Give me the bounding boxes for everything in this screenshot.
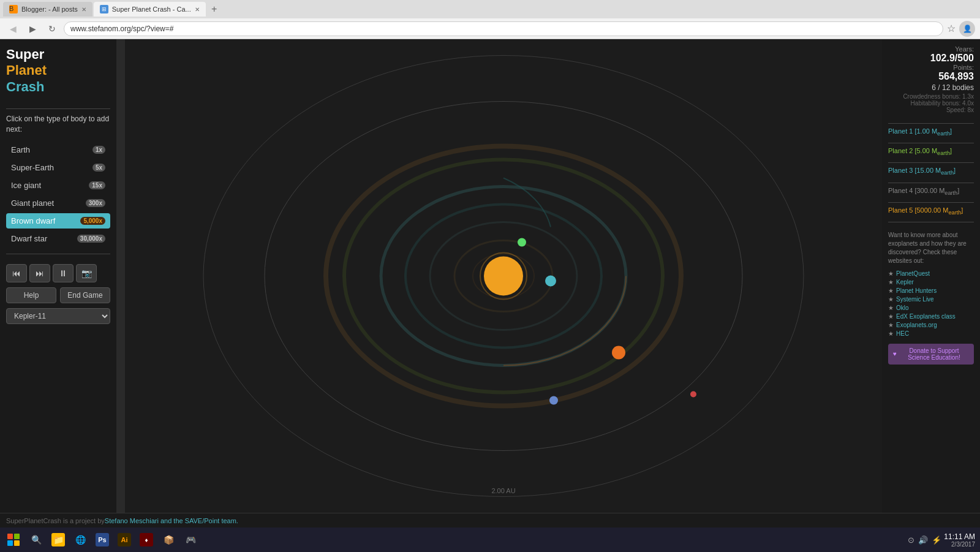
planet-5[interactable] bbox=[690, 391, 696, 398]
link-edx[interactable]: ★ EdX Exoplanets class bbox=[888, 313, 974, 320]
rewind-button[interactable]: ⏮ bbox=[6, 264, 27, 282]
link-oklo[interactable]: ★ Oklo bbox=[888, 304, 974, 311]
body-button-earth[interactable]: Earth 1x bbox=[6, 142, 110, 157]
taskbar-app6[interactable]: ♦ bbox=[136, 529, 157, 551]
planet-3-label: Planet 3 [15.00 Mearth] bbox=[888, 167, 956, 174]
link-label-planet-hunters: Planet Hunters bbox=[896, 287, 937, 294]
body-label-ice-giant: Ice giant bbox=[11, 181, 41, 190]
donate-button[interactable]: ♥ Donate to Support Science Education! bbox=[888, 344, 974, 365]
planet-4[interactable] bbox=[549, 396, 558, 405]
nav-bar: ◀ ▶ ↻ www.stefanom.org/spc/?view=# ☆ 👤 bbox=[0, 18, 980, 39]
body-label-earth: Earth bbox=[11, 145, 30, 154]
address-bar[interactable]: www.stefanom.org/spc/?view=# bbox=[64, 21, 943, 36]
volume-icon[interactable]: 🔊 bbox=[918, 535, 928, 545]
planet-entry-1[interactable]: Planet 1 [1.00 Mearth] bbox=[888, 127, 974, 137]
body-button-brown-dwarf[interactable]: Brown dwarf 5,000x bbox=[6, 213, 110, 229]
taskbar-file-explorer[interactable]: 📁 bbox=[48, 529, 69, 551]
fast-forward-button[interactable]: ⏭ bbox=[29, 264, 50, 282]
scrollbar-gutter[interactable] bbox=[116, 39, 125, 513]
bottom-bar: SuperPlanetCrash is a project by Stefano… bbox=[0, 513, 980, 527]
tab-favicon-blogger: B bbox=[9, 5, 18, 13]
link-label-oklo: Oklo bbox=[896, 304, 909, 311]
years-value: 102.9/500 bbox=[888, 53, 974, 64]
info-text: Want to know more about exoplanets and h… bbox=[888, 231, 974, 265]
help-button[interactable]: Help bbox=[6, 287, 56, 303]
taskbar-clock[interactable]: 11:11 AM 2/3/2017 bbox=[944, 532, 975, 548]
body-multiplier-earth: 1x bbox=[92, 146, 105, 154]
pause-button[interactable]: ⏸ bbox=[53, 264, 74, 282]
donate-heart-icon: ♥ bbox=[893, 350, 897, 357]
bottom-text: SuperPlanetCrash is a project by bbox=[6, 517, 105, 524]
link-label-kepler: Kepler bbox=[896, 279, 914, 285]
planet-1[interactable] bbox=[518, 238, 526, 247]
logo-planet: Planet bbox=[6, 62, 110, 78]
profile-button[interactable]: 👤 bbox=[959, 21, 975, 37]
browser-chrome: B Blogger: - All posts ✕ ⊞ Super Planet … bbox=[0, 0, 980, 39]
tab-close-spc[interactable]: ✕ bbox=[195, 6, 200, 13]
taskbar-paint[interactable]: Ps bbox=[92, 529, 113, 551]
planet-3[interactable] bbox=[612, 346, 625, 360]
stats-divider bbox=[888, 123, 974, 124]
au-label: 2.00 AU bbox=[491, 487, 515, 494]
link-systemic[interactable]: ★ Systemic Live bbox=[888, 296, 974, 303]
preset-select[interactable]: Kepler-11 Solar System Custom bbox=[6, 308, 110, 324]
tab-spc[interactable]: ⊞ Super Planet Crash - Ca... ✕ bbox=[94, 2, 206, 17]
start-button[interactable] bbox=[2, 529, 24, 551]
body-button-ice-giant[interactable]: Ice giant 15x bbox=[6, 178, 110, 193]
tab-label-blogger: Blogger: - All posts bbox=[21, 6, 78, 13]
body-multiplier-giant-planet: 300x bbox=[86, 199, 105, 207]
link-planetquest[interactable]: ★ PlanetQuest bbox=[888, 270, 974, 277]
win-sq2 bbox=[14, 534, 20, 539]
tab-blogger[interactable]: B Blogger: - All posts ✕ bbox=[3, 2, 92, 17]
star-icon-ph: ★ bbox=[888, 287, 894, 294]
link-label-exoplanets: Exoplanets.org bbox=[896, 322, 937, 328]
camera-button[interactable]: 📷 bbox=[76, 264, 97, 282]
tab-favicon-spc: ⊞ bbox=[100, 5, 108, 13]
back-button[interactable]: ◀ bbox=[5, 21, 21, 37]
link-kepler[interactable]: ★ Kepler bbox=[888, 279, 974, 285]
star-icon-hec: ★ bbox=[888, 330, 894, 337]
planet-entry-4[interactable]: Planet 4 [300.00 Mearth] bbox=[888, 187, 974, 196]
planet-2[interactable] bbox=[545, 276, 556, 287]
p2-divider bbox=[888, 162, 974, 163]
body-button-dwarf-star[interactable]: Dwarf star 30,000x bbox=[6, 231, 110, 246]
end-game-button[interactable]: End Game bbox=[60, 287, 110, 303]
p3-divider bbox=[888, 183, 974, 183]
chrome-icon: 🌐 bbox=[74, 533, 87, 546]
body-multiplier-super-earth: 5x bbox=[92, 164, 105, 172]
taskbar-date: 2/3/2017 bbox=[944, 541, 975, 548]
taskbar-search[interactable]: 🔍 bbox=[26, 529, 47, 551]
battery-icon[interactable]: ⚡ bbox=[932, 535, 941, 545]
planet-5-label: Planet 5 [5000.00 Mearth] bbox=[888, 206, 963, 214]
file-explorer-icon: 📁 bbox=[51, 533, 65, 546]
new-tab-button[interactable]: + bbox=[207, 2, 222, 17]
bottom-link[interactable]: Stefano Meschiari and the SAVE/Point tea… bbox=[105, 517, 238, 524]
network-icon[interactable]: ⊙ bbox=[908, 535, 914, 545]
star-icon-kepler: ★ bbox=[888, 279, 894, 285]
body-button-giant-planet[interactable]: Giant planet 300x bbox=[6, 195, 110, 211]
logo-super: Super bbox=[6, 47, 110, 62]
sidebar: Super Planet Crash Click on the type of … bbox=[0, 39, 116, 513]
planet-entry-3[interactable]: Planet 3 [15.00 Mearth] bbox=[888, 167, 974, 176]
win-sq4 bbox=[14, 540, 20, 546]
link-exoplanets[interactable]: ★ Exoplanets.org bbox=[888, 322, 974, 328]
taskbar-illustrator[interactable]: Ai bbox=[114, 529, 135, 551]
bookmark-button[interactable]: ☆ bbox=[947, 23, 956, 34]
right-panel: Years: 102.9/500 Points: 564,893 6 / 12 … bbox=[882, 39, 980, 513]
tab-label-spc: Super Planet Crash - Ca... bbox=[112, 6, 191, 13]
body-button-super-earth[interactable]: Super-Earth 5x bbox=[6, 160, 110, 175]
link-hec[interactable]: ★ HEC bbox=[888, 330, 974, 337]
ai-icon: Ai bbox=[118, 533, 131, 546]
link-planet-hunters[interactable]: ★ Planet Hunters bbox=[888, 287, 974, 294]
taskbar-chrome[interactable]: 🌐 bbox=[70, 529, 91, 551]
link-label-edx: EdX Exoplanets class bbox=[896, 313, 956, 320]
taskbar-steam[interactable]: 🎮 bbox=[180, 529, 201, 551]
simulation-area[interactable]: 2.00 AU bbox=[125, 39, 882, 513]
star-icon-pq: ★ bbox=[888, 270, 894, 277]
tab-close-blogger[interactable]: ✕ bbox=[81, 6, 86, 13]
taskbar-dropbox[interactable]: 📦 bbox=[158, 529, 179, 551]
planet-entry-5[interactable]: Planet 5 [5000.00 Mearth] bbox=[888, 206, 974, 216]
refresh-button[interactable]: ↻ bbox=[44, 21, 60, 37]
planet-entry-2[interactable]: Planet 2 [5.00 Mearth] bbox=[888, 147, 974, 156]
forward-button[interactable]: ▶ bbox=[24, 21, 40, 37]
